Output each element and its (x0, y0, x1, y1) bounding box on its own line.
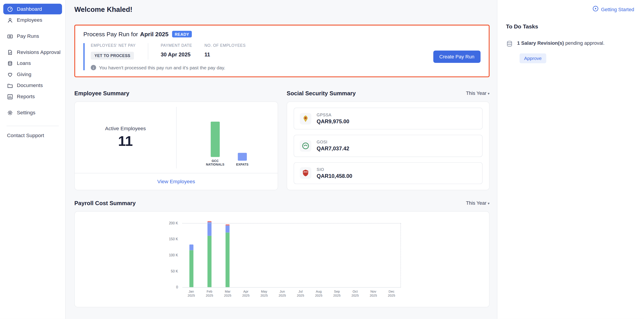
pay-run-fields: EMPLOYEES' NET PAYYET TO PROCESSPAYMENT … (91, 43, 425, 60)
chart-column-apr-2025 (237, 223, 255, 287)
x-tick-label: Sep2025 (328, 290, 346, 298)
authority-amount: QAR7,037.42 (317, 146, 349, 152)
create-pay-run-button[interactable]: Create Pay Run (433, 51, 480, 63)
play-circle-icon (593, 6, 598, 13)
pay-run-period: April 2025 (140, 31, 168, 37)
sidebar-item-label: Documents (17, 83, 43, 88)
y-tick-label: 50 K (161, 269, 178, 273)
giving-icon (7, 71, 13, 78)
sidebar-item-dashboard[interactable]: Dashboard (3, 4, 62, 15)
x-tick-label: Apr2025 (237, 290, 255, 298)
x-tick-label: Nov2025 (364, 290, 382, 298)
social-security-card: GPSSAQAR9,975.00GOSIQAR7,037.42SIOQAR10,… (287, 102, 490, 190)
x-tick-label: Dec2025 (382, 290, 400, 298)
pay-run-title: Process Pay Run for April 2025 READY (84, 31, 480, 37)
payroll-cost-chart: 200 K150 K100 K50 K0 Jan2025Feb2025Mar20… (161, 223, 403, 303)
pay-run-field: NO. OF EMPLOYEES11 (204, 43, 246, 58)
social-security-row-gosi[interactable]: GOSIQAR7,037.42 (294, 135, 482, 157)
sidebar-item-label: Revisions Approval (17, 49, 60, 55)
pay-run-field: PAYMENT DATE30 Apr 2025 (161, 43, 192, 58)
x-tick-label: Jul2025 (291, 290, 310, 298)
bar-segment-series-green (208, 236, 212, 287)
social-security-title: Social Security Summary (287, 90, 356, 96)
employees-icon (7, 17, 13, 23)
authority-name: GPSSA (317, 113, 349, 117)
y-tick-label: 150 K (161, 237, 178, 241)
chart-column-nov-2025 (364, 223, 382, 287)
chart-column-mar-2025 (218, 223, 236, 287)
authority-name: GOSI (317, 140, 349, 144)
payroll-chart-x-axis: Jan2025Feb2025Mar2025Apr2025May2025Jun20… (182, 290, 401, 298)
chart-column-aug-2025 (310, 223, 328, 287)
getting-started-link[interactable]: Getting Started (506, 6, 634, 13)
bar-segment-series-blue (189, 244, 193, 250)
sidebar-item-settings[interactable]: Settings (3, 107, 62, 118)
sidebar-item-pay-runs[interactable]: Pay Runs (3, 31, 62, 42)
employee-summary-card: Active Employees 11 GCC NATIONALSEXPATS … (74, 102, 278, 190)
main-content: Welcome Khaled! Process Pay Run for Apri… (66, 0, 497, 319)
social-security-row-gpssa[interactable]: GPSSAQAR9,975.00 (294, 108, 482, 130)
sidebar: DashboardEmployeesPay RunsRevisions Appr… (0, 0, 66, 319)
pay-run-field: EMPLOYEES' NET PAYYET TO PROCESS (91, 43, 136, 60)
info-icon: i (91, 65, 96, 70)
y-tick-label: 200 K (161, 221, 178, 225)
field-value: 30 Apr 2025 (161, 52, 192, 58)
loans-icon (7, 60, 13, 67)
sidebar-item-label: Employees (17, 17, 42, 23)
chart-column-jan-2025 (182, 223, 200, 287)
sidebar-item-giving[interactable]: Giving (3, 69, 62, 80)
employee-bar-gcc-nationals: GCC NATIONALS (206, 107, 224, 167)
employee-bar-expats: EXPATS (236, 107, 248, 167)
sidebar-item-employees[interactable]: Employees (3, 15, 62, 26)
sidebar-item-label: Loans (17, 60, 31, 66)
page-title: Welcome Khaled! (74, 6, 490, 14)
gosi-emblem-icon (300, 140, 311, 151)
sidebar-item-reports[interactable]: Reports (3, 91, 62, 102)
x-tick-label: Mar2025 (218, 290, 236, 298)
contact-support-link[interactable]: Contact Support (0, 130, 65, 141)
field-value: 11 (204, 52, 246, 58)
approve-button[interactable]: Approve (520, 54, 546, 63)
sidebar-item-documents[interactable]: Documents (3, 80, 62, 91)
todo-panel: Getting Started To Do Tasks 1 Salary Rev… (497, 0, 644, 319)
chart-column-feb-2025 (200, 223, 218, 287)
gpssa-uae-emblem-icon (300, 113, 311, 124)
bar-segment-series-blue (226, 226, 230, 233)
dashboard-icon (7, 6, 13, 12)
bar-label: EXPATS (236, 163, 248, 167)
y-tick-label: 0 (161, 285, 178, 289)
field-label: PAYMENT DATE (161, 43, 192, 48)
stacked-bar (208, 221, 212, 287)
chart-column-jun-2025 (273, 223, 291, 287)
sidebar-item-label: Dashboard (17, 6, 42, 12)
y-tick-label: 100 K (161, 253, 178, 257)
employee-summary-section: Employee Summary Active Employees 11 GCC… (74, 90, 278, 190)
view-employees-link[interactable]: View Employees (157, 179, 195, 185)
bar (238, 153, 247, 161)
x-tick-label: Jun2025 (273, 290, 291, 298)
active-employees-label: Active Employees (75, 126, 176, 132)
active-employees-count: 11 (75, 133, 176, 149)
todo-tasks-title: To Do Tasks (506, 24, 634, 30)
process-pay-run-card: Process Pay Run for April 2025 READY EMP… (74, 25, 490, 77)
bar (211, 122, 220, 157)
social-security-year-filter[interactable]: This Year▾ (466, 90, 490, 96)
x-tick-label: Oct2025 (346, 290, 364, 298)
settings-icon (7, 109, 13, 116)
stacked-bar (226, 224, 230, 287)
payroll-cost-year-filter[interactable]: This Year▾ (466, 200, 490, 206)
pay-run-title-prefix: Process Pay Run for (84, 31, 138, 37)
bar-segment-series-green (226, 233, 230, 287)
reports-icon (7, 94, 13, 100)
sidebar-item-revisions-approval[interactable]: Revisions Approval (3, 47, 62, 58)
social-security-section: Social Security Summary This Year▾ GPSSA… (287, 90, 490, 190)
pay-run-body: EMPLOYEES' NET PAYYET TO PROCESSPAYMENT … (84, 43, 480, 70)
sidebar-item-loans[interactable]: Loans (3, 58, 62, 69)
chart-column-may-2025 (255, 223, 273, 287)
sidebar-nav: DashboardEmployeesPay RunsRevisions Appr… (0, 3, 65, 118)
chart-column-sep-2025 (328, 223, 346, 287)
authority-amount: QAR9,975.00 (317, 118, 349, 125)
vertical-divider (148, 43, 148, 60)
pay-runs-icon (7, 33, 13, 39)
social-security-row-sio[interactable]: SIOQAR10,458.00 (294, 162, 482, 184)
